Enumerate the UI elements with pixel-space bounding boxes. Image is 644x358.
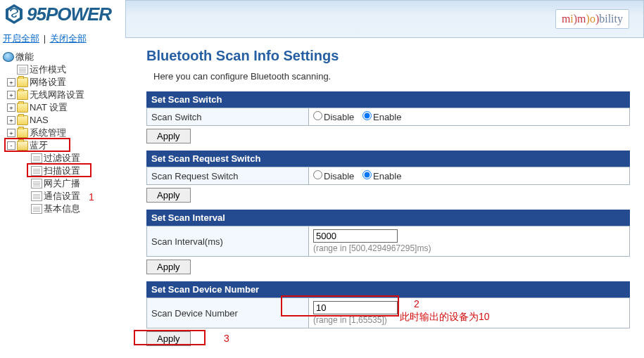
expand-icon[interactable]: + xyxy=(7,129,15,137)
apply-button[interactable]: Apply xyxy=(146,188,191,203)
range-hint: (range in [1,65535]) xyxy=(313,315,387,325)
expand-icon[interactable]: + xyxy=(7,78,15,87)
sidebar: 95POWER 开启全部 | 关闭全部 微能 运作模式 +网络设置 +无线网路设… xyxy=(0,0,125,358)
tree-item[interactable]: 运作模式 xyxy=(30,63,66,76)
disable-label: Disable xyxy=(324,112,354,122)
scan-req-disable-radio[interactable] xyxy=(313,170,322,179)
scan-interval-input[interactable] xyxy=(313,229,398,243)
content: Bluetooth Scan Info Settings Here you ca… xyxy=(125,38,644,358)
logo: 95POWER xyxy=(3,3,122,25)
file-icon xyxy=(31,191,42,201)
apply-button[interactable]: Apply xyxy=(146,260,191,274)
annotation-number: 3 xyxy=(224,333,229,344)
tree-subitem[interactable]: 网关广播 xyxy=(44,177,80,190)
apply-button[interactable]: Apply xyxy=(146,129,191,143)
folder-icon xyxy=(17,128,28,138)
logo-icon xyxy=(3,3,25,25)
section-header: Set Scan Switch xyxy=(146,91,630,108)
section-scan-switch: Set Scan Switch Scan Switch Disable Enab… xyxy=(146,91,630,143)
tree-item[interactable]: NAS xyxy=(30,114,49,127)
section-scan-request-switch: Set Scan Request Switch Scan Request Swi… xyxy=(146,151,630,203)
mimobility-badge: mi)m)o)bility xyxy=(555,9,629,29)
tree-subitem[interactable]: 通信设置 xyxy=(44,190,80,203)
scan-switch-disable-radio[interactable] xyxy=(313,111,322,120)
section-header: Set Scan Device Number xyxy=(146,281,630,298)
open-all-link[interactable]: 开启全部 xyxy=(3,33,39,44)
tree-subitem[interactable]: 过滤设置 xyxy=(44,152,80,165)
apply-button[interactable]: Apply xyxy=(146,331,191,346)
section-header: Set Scan Request Switch xyxy=(146,151,630,167)
globe-icon xyxy=(3,52,14,62)
folder-icon xyxy=(17,115,28,125)
disable-label: Disable xyxy=(324,171,354,181)
nav-tree: 微能 运作模式 +网络设置 +无线网路设置 +NAT 设置 +NAS +系统管理… xyxy=(3,51,122,215)
enable-label: Enable xyxy=(373,112,401,122)
range-hint: (range in [500,4294967295]ms) xyxy=(313,243,431,253)
expand-icon[interactable]: + xyxy=(7,91,15,99)
folder-icon xyxy=(17,77,28,87)
logo-area: 95POWER xyxy=(3,3,122,25)
scan-switch-enable-radio[interactable] xyxy=(362,111,372,120)
brand-text: 95POWER xyxy=(27,4,111,25)
tree-item[interactable]: 网络设置 xyxy=(30,76,66,89)
page-title: Bluetooth Scan Info Settings xyxy=(146,48,630,64)
tree-root[interactable]: 微能 xyxy=(15,51,34,63)
section-header: Set Scan Interval xyxy=(146,210,630,226)
close-all-link[interactable]: 关闭全部 xyxy=(50,33,87,44)
tree-bluetooth[interactable]: 蓝牙 xyxy=(30,139,48,152)
collapse-icon[interactable]: - xyxy=(7,141,15,150)
tree-subitem[interactable]: 基本信息 xyxy=(44,203,80,215)
enable-label: Enable xyxy=(373,171,401,181)
expand-icon[interactable]: + xyxy=(7,103,15,112)
field-label: Scan Request Switch xyxy=(147,167,309,185)
folder-icon xyxy=(17,103,28,113)
file-icon xyxy=(31,166,42,176)
tree-subitem-scan[interactable]: 扫描设置 xyxy=(44,165,80,177)
tree-item[interactable]: NAT 设置 xyxy=(30,101,68,114)
field-label: Scan Switch xyxy=(147,108,309,126)
topbar: mi)m)o)bility xyxy=(125,0,644,38)
page-desc: Here you can configure Bluetooth scannin… xyxy=(153,71,630,82)
folder-icon xyxy=(17,90,28,100)
file-icon xyxy=(17,65,28,75)
tree-item[interactable]: 无线网路设置 xyxy=(30,89,84,101)
expand-icon[interactable]: + xyxy=(7,116,15,124)
file-icon xyxy=(31,153,42,163)
section-scan-interval: Set Scan Interval Scan Interval(ms) (ran… xyxy=(146,210,630,274)
folder-open-icon xyxy=(17,141,28,151)
tree-links: 开启全部 | 关闭全部 xyxy=(3,32,122,45)
scan-device-number-input[interactable] xyxy=(313,301,398,314)
file-icon xyxy=(31,204,42,214)
scan-req-enable-radio[interactable] xyxy=(362,170,372,179)
field-label: Scan Interval(ms) xyxy=(147,226,309,257)
section-scan-device-number: Set Scan Device Number Scan Device Numbe… xyxy=(146,281,630,346)
main: mi)m)o)bility Bluetooth Scan Info Settin… xyxy=(125,0,644,358)
file-icon xyxy=(31,179,42,188)
tree-item[interactable]: 系统管理 xyxy=(30,127,66,139)
field-label: Scan Device Number xyxy=(147,298,309,328)
